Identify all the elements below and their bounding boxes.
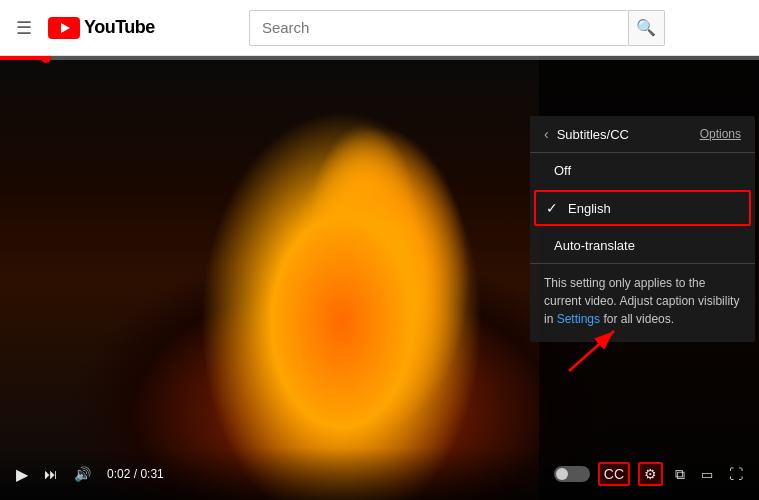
toggle-thumb bbox=[556, 468, 568, 480]
volume-button[interactable]: 🔊 bbox=[70, 462, 95, 486]
settings-icon: ⚙ bbox=[644, 466, 657, 482]
cc-button[interactable]: CC bbox=[598, 462, 630, 486]
youtube-logo[interactable]: YouTube bbox=[48, 17, 155, 39]
header: ☰ YouTube 🔍 bbox=[0, 0, 759, 56]
search-input[interactable] bbox=[262, 19, 616, 36]
progress-bar[interactable] bbox=[0, 56, 759, 60]
off-label: Off bbox=[554, 163, 571, 178]
progress-fill bbox=[0, 56, 46, 60]
fullscreen-button[interactable]: ⛶ bbox=[725, 462, 747, 486]
time-display: 0:02 / 0:31 bbox=[107, 467, 164, 481]
next-icon: ⏭ bbox=[44, 466, 58, 482]
miniplayer-icon: ⧉ bbox=[675, 466, 685, 483]
menu-title: Subtitles/CC bbox=[557, 127, 629, 142]
theater-icon: ▭ bbox=[701, 467, 713, 482]
english-check: ✓ bbox=[546, 200, 558, 216]
english-label: English bbox=[568, 201, 611, 216]
next-button[interactable]: ⏭ bbox=[40, 462, 62, 486]
controls-bar: ▶ ⏭ 🔊 0:02 / 0:31 CC ⚙ ⧉ bbox=[0, 448, 759, 500]
search-button[interactable]: 🔍 bbox=[629, 10, 665, 46]
cc-icon: CC bbox=[604, 466, 624, 482]
search-box bbox=[249, 10, 629, 46]
theater-button[interactable]: ▭ bbox=[697, 463, 717, 486]
progress-dot bbox=[41, 56, 51, 63]
auto-label: Auto-translate bbox=[554, 238, 635, 253]
subtitles-menu: ‹ Subtitles/CC Options Off ✓ English Aut… bbox=[530, 116, 755, 342]
search-icon: 🔍 bbox=[636, 18, 656, 37]
caption-autotranslate-item[interactable]: Auto-translate bbox=[530, 228, 755, 263]
settings-button[interactable]: ⚙ bbox=[638, 462, 663, 486]
menu-header: ‹ Subtitles/CC Options bbox=[530, 116, 755, 153]
header-left: ☰ YouTube bbox=[16, 17, 155, 39]
options-link[interactable]: Options bbox=[700, 127, 741, 141]
play-icon: ▶ bbox=[16, 465, 28, 484]
miniplayer-button[interactable]: ⧉ bbox=[671, 462, 689, 487]
settings-link[interactable]: Settings bbox=[557, 312, 600, 326]
menu-note: This setting only applies to the current… bbox=[530, 264, 755, 342]
play-button[interactable]: ▶ bbox=[12, 461, 32, 488]
cc-button-wrapper: CC bbox=[598, 462, 630, 486]
back-chevron-icon[interactable]: ‹ bbox=[544, 126, 549, 142]
youtube-icon bbox=[48, 17, 80, 39]
search-area: 🔍 bbox=[171, 10, 743, 46]
caption-english-item[interactable]: ✓ English bbox=[534, 190, 751, 226]
volume-icon: 🔊 bbox=[74, 466, 91, 482]
menu-header-left: ‹ Subtitles/CC bbox=[544, 126, 629, 142]
hamburger-menu-icon[interactable]: ☰ bbox=[16, 17, 32, 39]
autoplay-toggle[interactable] bbox=[554, 466, 590, 482]
caption-off-item[interactable]: Off bbox=[530, 153, 755, 188]
settings-button-wrapper: ⚙ bbox=[638, 462, 663, 486]
fullscreen-icon: ⛶ bbox=[729, 466, 743, 482]
youtube-wordmark: YouTube bbox=[84, 17, 155, 38]
video-player[interactable]: ‹ Subtitles/CC Options Off ✓ English Aut… bbox=[0, 56, 759, 500]
